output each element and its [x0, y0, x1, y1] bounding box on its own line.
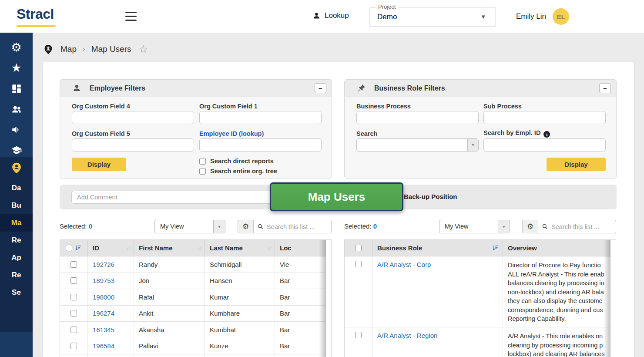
list-search-input[interactable]: [267, 223, 328, 230]
selected-count: Selected: 0: [60, 222, 92, 230]
sidebar-item-map[interactable]: [0, 157, 33, 179]
search-direct-reports-checkbox[interactable]: [199, 158, 206, 165]
col-header-business-role[interactable]: Business Role: [372, 240, 503, 256]
search-dropdown[interactable]: ▼: [356, 138, 479, 152]
app-logo[interactable]: Stracl: [17, 6, 54, 22]
chevron-down-icon[interactable]: ▼: [467, 139, 478, 151]
sidebar-subitem-re1[interactable]: Re: [0, 232, 33, 249]
list-search[interactable]: [538, 220, 616, 233]
employee-id-link[interactable]: 196274: [93, 310, 114, 317]
employee-id-link[interactable]: 198000: [93, 293, 114, 301]
col-header-location[interactable]: Loc: [275, 240, 332, 256]
col-header-last-name[interactable]: Last Name↓↑: [205, 240, 275, 256]
business-role-link[interactable]: A/R Analyst - Region: [377, 332, 437, 339]
sidebar-item-announcements[interactable]: [0, 119, 33, 140]
user-menu[interactable]: Emily Lin EL: [516, 8, 569, 25]
row-checkbox[interactable]: [70, 310, 77, 317]
col-header-overview[interactable]: Overview: [503, 240, 616, 256]
collapse-button[interactable]: −: [315, 83, 326, 93]
panel-title: Business Role Filters: [374, 84, 599, 92]
scrollbar-track[interactable]: [610, 240, 616, 357]
breadcrumb-separator: ›: [83, 45, 85, 54]
employee-id-link[interactable]: 192726: [93, 261, 114, 268]
org-custom-field1-input[interactable]: [199, 111, 322, 124]
scrollbar-track[interactable]: [326, 240, 332, 357]
sidebar-item-favorites[interactable]: ★: [0, 58, 33, 78]
sort-active-icon[interactable]: [75, 245, 82, 252]
search-entire-org-tree-checkbox[interactable]: [199, 168, 206, 175]
avatar[interactable]: EL: [553, 8, 569, 25]
row-checkbox[interactable]: [355, 261, 362, 267]
breadcrumb-section[interactable]: Map: [60, 44, 77, 54]
sort-arrows-icon[interactable]: ↓↑: [198, 246, 201, 251]
view-select[interactable]: My View ▼: [439, 220, 510, 233]
employee-id-link[interactable]: 161345: [93, 326, 114, 333]
row-checkbox[interactable]: [70, 277, 77, 284]
dashboard-icon: [11, 83, 22, 94]
employee-id-lookup-link[interactable]: Employee ID (lookup): [199, 130, 264, 137]
employee-display-button[interactable]: Display: [72, 158, 126, 171]
sidebar-subitem-da[interactable]: Da: [0, 179, 33, 197]
list-settings-button[interactable]: ⚙: [522, 220, 538, 233]
business-role-display-button[interactable]: Display: [547, 158, 606, 171]
org-custom-field5-input[interactable]: [72, 138, 194, 152]
employee-id-link[interactable]: 196584: [93, 342, 114, 350]
list-search[interactable]: [254, 220, 332, 233]
people-icon: [11, 104, 22, 115]
business-role-table: Business Role Overview A/R Analyst - Cor…: [344, 239, 616, 357]
list-settings-button[interactable]: ⚙: [238, 220, 254, 233]
sort-arrows-icon[interactable]: ↓↑: [268, 246, 272, 251]
table-row-partial: [60, 354, 331, 357]
favorite-star-icon[interactable]: ☆: [139, 44, 148, 54]
sidebar-subitem-bu[interactable]: Bu: [0, 197, 33, 214]
search-by-empl-id-input[interactable]: [483, 138, 606, 152]
business-role-table-header: Business Role Overview: [345, 240, 616, 256]
sidebar-subitem-ap[interactable]: Ap: [0, 249, 33, 266]
chevron-down-icon[interactable]: ▼: [498, 220, 510, 233]
sub-process-input[interactable]: [483, 111, 606, 124]
business-role-link[interactable]: A/R Analyst - Corp: [377, 261, 431, 268]
view-select[interactable]: My View ▼: [154, 220, 225, 233]
search-direct-reports-option[interactable]: Search direct reports: [199, 158, 274, 165]
sort-arrows-icon[interactable]: ↓↑: [127, 246, 131, 251]
lookup-button[interactable]: Lookup: [312, 11, 349, 20]
selected-count: Selected: 0: [344, 222, 377, 230]
search-icon: [542, 223, 548, 230]
map-users-button[interactable]: Map Users: [270, 182, 403, 211]
employee-id-link[interactable]: 189753: [93, 277, 114, 284]
role-list-toolbar: Selected: 0 My View ▼ ⚙: [344, 220, 616, 233]
collapse-button[interactable]: −: [599, 83, 611, 93]
business-process-input[interactable]: [356, 111, 479, 124]
user-name: Emily Lin: [516, 12, 546, 21]
list-search-input[interactable]: [551, 223, 612, 230]
org-custom-field4-input[interactable]: [72, 111, 194, 124]
row-checkbox[interactable]: [70, 343, 77, 349]
search-by-empl-id-label: Search by Empl. IDi: [483, 129, 550, 138]
menu-toggle-icon[interactable]: [125, 12, 137, 21]
sub-process-label: Sub Process: [483, 103, 522, 110]
sidebar-subitem-re2[interactable]: Re: [0, 266, 33, 284]
sidebar-item-settings[interactable]: ⚙: [0, 37, 33, 58]
sidebar-subitem-ma-active[interactable]: Ma: [0, 214, 33, 232]
row-checkbox[interactable]: [355, 332, 362, 338]
select-all-checkbox[interactable]: [355, 245, 362, 251]
select-all-checkbox[interactable]: [66, 245, 72, 251]
employee-id-input[interactable]: [199, 138, 322, 152]
row-checkbox[interactable]: [70, 294, 77, 300]
row-checkbox[interactable]: [70, 261, 77, 268]
row-checkbox[interactable]: [70, 327, 77, 333]
sidebar-subitem-se[interactable]: Se: [0, 284, 33, 301]
chevron-down-icon[interactable]: ▼: [213, 220, 225, 233]
sidebar-item-dashboard[interactable]: [0, 78, 33, 99]
info-icon[interactable]: i: [543, 131, 550, 138]
col-header-first-name[interactable]: First Name↓↑: [134, 240, 205, 256]
search-label: Search: [356, 130, 377, 137]
add-comment-input[interactable]: [71, 191, 281, 204]
project-select[interactable]: Project Demo ▼: [369, 7, 496, 27]
lookup-label: Lookup: [325, 11, 349, 20]
sidebar-item-people[interactable]: [0, 99, 33, 119]
search-entire-org-tree-option[interactable]: Search entire org. tree: [199, 168, 277, 175]
sort-active-icon[interactable]: [492, 245, 499, 252]
col-header-id[interactable]: ID↓↑: [88, 240, 134, 256]
table-row: A/R Analyst - Corp Director of Procure t…: [345, 256, 616, 327]
